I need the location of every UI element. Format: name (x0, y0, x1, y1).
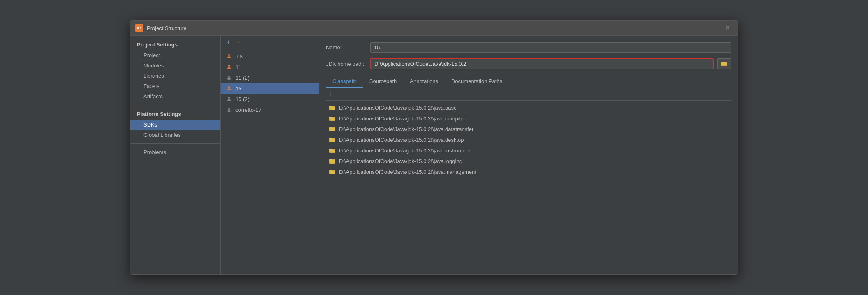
classpath-item-6[interactable]: D:\ApplicationsOfCode\Java\jdk-15.0.2!\j… (326, 166, 731, 177)
svg-rect-1 (137, 27, 139, 29)
nav-global-libraries[interactable]: Global Libraries (130, 130, 220, 140)
classpath-item-0[interactable]: D:\ApplicationsOfCode\Java\jdk-15.0.2!\j… (326, 102, 731, 113)
java-icon (226, 64, 232, 70)
nav-modules[interactable]: Modules (130, 60, 220, 71)
sdk-item-1.8[interactable]: 1.8 (221, 51, 319, 62)
sdk-item-15-2[interactable]: 15 (2) (221, 94, 319, 104)
svg-point-7 (227, 99, 231, 101)
svg-point-8 (227, 110, 231, 112)
remove-sdk-button[interactable]: − (235, 38, 242, 46)
app-icon (135, 24, 143, 32)
java-icon (226, 96, 232, 102)
project-structure-dialog: Project Structure ✕ Project Settings Pro… (130, 20, 738, 275)
name-field-row: Name: (326, 42, 731, 53)
project-settings-header: Project Settings (130, 39, 220, 50)
folder-icon (329, 136, 336, 143)
name-input[interactable] (370, 42, 731, 53)
classpath-path: D:\ApplicationsOfCode\Java\jdk-15.0.2!\j… (339, 169, 476, 175)
svg-rect-11 (721, 62, 727, 65)
svg-rect-20 (330, 128, 335, 131)
tab-classpath[interactable]: Classpath (326, 75, 363, 88)
java-icon (226, 74, 232, 81)
tab-documentation[interactable]: Documentation Paths (445, 75, 509, 88)
sdk-list: 1.8 11 11 (2) (221, 49, 319, 274)
classpath-item-5[interactable]: D:\ApplicationsOfCode\Java\jdk-15.0.2!\j… (326, 156, 731, 166)
remove-classpath-button[interactable]: − (337, 90, 344, 98)
sdk-label: 11 (2) (235, 75, 249, 81)
svg-rect-2 (140, 27, 141, 28)
svg-point-4 (227, 67, 231, 69)
middle-panel: + − 1.8 11 (221, 36, 319, 274)
tabs-bar: Classpath Sourcepath Annotations Documen… (326, 75, 731, 88)
svg-rect-17 (330, 118, 335, 120)
java-icon (226, 53, 232, 60)
svg-point-6 (227, 89, 231, 90)
title-bar-left: Project Structure (135, 24, 187, 32)
jdk-path-row: JDK home path: (326, 58, 731, 69)
jdk-label: JDK home path: (326, 61, 367, 67)
add-classpath-button[interactable]: + (327, 90, 334, 98)
tab-content: + − D:\ApplicationsOfCode\Java\jdk-15.0.… (326, 88, 731, 268)
svg-rect-32 (330, 171, 335, 174)
folder-icon (329, 115, 336, 122)
classpath-path: D:\ApplicationsOfCode\Java\jdk-15.0.2!\j… (339, 115, 465, 122)
divider (130, 105, 220, 105)
sdk-label: 15 (235, 85, 241, 92)
folder-icon (329, 126, 336, 132)
dialog-body: Project Settings Project Modules Librari… (130, 36, 738, 274)
nav-artifacts[interactable]: Artifacts (130, 91, 220, 101)
svg-rect-14 (330, 107, 335, 110)
svg-point-3 (227, 57, 231, 58)
folder-icon (329, 147, 336, 154)
dialog-title: Project Structure (147, 25, 187, 31)
right-panel: Name: JDK home path: (319, 36, 738, 274)
folder-icon (329, 168, 336, 175)
classpath-path: D:\ApplicationsOfCode\Java\jdk-15.0.2!\j… (339, 126, 473, 132)
divider2 (130, 143, 220, 144)
name-underline: Name: (326, 44, 342, 51)
classpath-item-4[interactable]: D:\ApplicationsOfCode\Java\jdk-15.0.2!\j… (326, 145, 731, 156)
sdk-item-15[interactable]: 15 (221, 83, 319, 94)
close-button[interactable]: ✕ (723, 24, 733, 32)
classpath-path: D:\ApplicationsOfCode\Java\jdk-15.0.2!\j… (339, 148, 470, 154)
browse-folder-button[interactable] (717, 58, 731, 69)
svg-rect-26 (330, 150, 335, 152)
java-icon (226, 85, 232, 92)
folder-open-icon (721, 60, 727, 66)
svg-point-5 (227, 78, 231, 80)
folder-icon (329, 104, 336, 111)
classpath-item-1[interactable]: D:\ApplicationsOfCode\Java\jdk-15.0.2!\j… (326, 113, 731, 124)
jdk-path-wrapper (370, 58, 714, 69)
nav-facets[interactable]: Facets (130, 81, 220, 91)
folder-icon (329, 158, 336, 164)
nav-project[interactable]: Project (130, 50, 220, 60)
java-icon (226, 106, 232, 113)
classpath-list: D:\ApplicationsOfCode\Java\jdk-15.0.2!\j… (326, 101, 731, 268)
classpath-path: D:\ApplicationsOfCode\Java\jdk-15.0.2!\j… (339, 137, 464, 143)
jdk-path-input[interactable] (370, 58, 714, 69)
middle-toolbar: + − (221, 36, 319, 49)
svg-rect-23 (330, 139, 335, 142)
sdk-item-11-2[interactable]: 11 (2) (221, 72, 319, 83)
sdk-item-corretto[interactable]: corretto-17 (221, 104, 319, 115)
add-sdk-button[interactable]: + (225, 38, 232, 46)
classpath-path: D:\ApplicationsOfCode\Java\jdk-15.0.2!\j… (339, 105, 457, 111)
classpath-item-3[interactable]: D:\ApplicationsOfCode\Java\jdk-15.0.2!\j… (326, 134, 731, 145)
nav-sdks[interactable]: SDKs (130, 120, 220, 130)
classpath-item-2[interactable]: D:\ApplicationsOfCode\Java\jdk-15.0.2!\j… (326, 124, 731, 134)
tab-toolbar: + − (326, 88, 731, 101)
sdk-label: corretto-17 (235, 107, 261, 113)
tab-sourcepath[interactable]: Sourcepath (363, 75, 404, 88)
sdk-item-11[interactable]: 11 (221, 62, 319, 72)
svg-rect-29 (330, 160, 335, 163)
platform-settings-header: Platform Settings (130, 108, 220, 120)
classpath-path: D:\ApplicationsOfCode\Java\jdk-15.0.2!\j… (339, 158, 462, 164)
name-label: Name: (326, 44, 367, 51)
nav-problems[interactable]: Problems (130, 147, 220, 157)
nav-libraries[interactable]: Libraries (130, 71, 220, 81)
sdk-label: 11 (235, 64, 241, 70)
tab-annotations[interactable]: Annotations (403, 75, 445, 88)
sdk-label: 1.8 (235, 53, 243, 60)
title-bar: Project Structure ✕ (130, 21, 738, 36)
left-panel: Project Settings Project Modules Librari… (130, 36, 221, 274)
